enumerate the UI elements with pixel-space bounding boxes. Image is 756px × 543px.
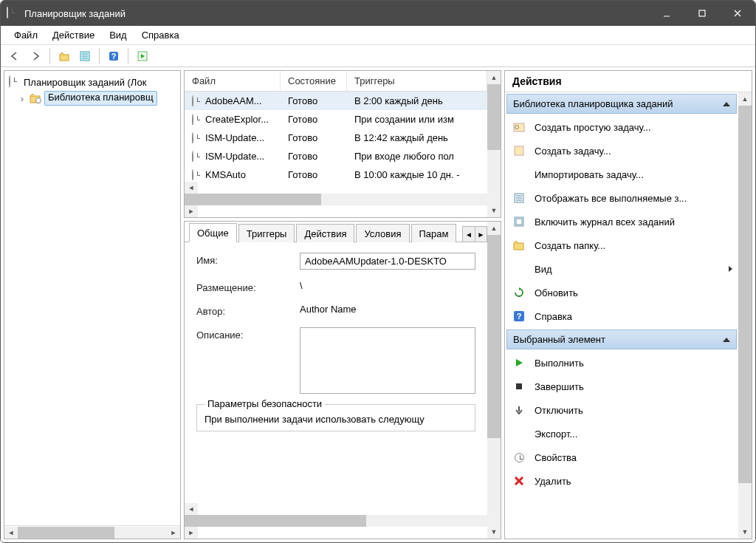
action-create-simple-task[interactable]: Создать простую задачу... xyxy=(505,115,738,139)
action-enable-log[interactable]: Включить журнал всех заданий xyxy=(505,210,738,233)
disable-icon xyxy=(512,403,526,417)
wizard-icon xyxy=(512,120,526,134)
action-view[interactable]: Вид xyxy=(505,257,738,281)
window-title: Планировщик заданий xyxy=(24,8,649,19)
clock-icon xyxy=(192,170,202,180)
svg-rect-16 xyxy=(515,146,523,155)
delete-icon xyxy=(512,474,526,488)
tasklist-vscroll[interactable]: ▲ ▼ xyxy=(487,71,501,217)
col-triggers[interactable]: Триггеры xyxy=(347,71,487,91)
label-description: Описание: xyxy=(196,327,300,341)
task-row[interactable]: KMSAutoГотовоВ 10:00 каждые 10 дн. - xyxy=(185,165,487,182)
actions-section-selected[interactable]: Выбранный элемент xyxy=(506,329,737,349)
tree-root[interactable]: Планировщик заданий (Лок xyxy=(6,74,179,90)
input-name[interactable] xyxy=(300,253,475,270)
svg-rect-4 xyxy=(60,55,69,61)
details-hscroll[interactable]: ◄ ► xyxy=(185,503,487,539)
tree-pane: Планировщик заданий (Лок › Библиотека пл… xyxy=(4,70,181,539)
list-icon xyxy=(512,191,526,205)
up-button[interactable] xyxy=(55,47,74,65)
menu-action[interactable]: Действие xyxy=(45,30,102,41)
separator xyxy=(49,48,50,64)
collapse-icon xyxy=(723,338,730,342)
stop-icon xyxy=(512,380,526,393)
clock-icon xyxy=(192,96,202,106)
task-row[interactable]: ISM-Update...ГотовоПри входе любого пол xyxy=(185,147,487,165)
action-import-task[interactable]: Импортировать задачу... xyxy=(505,163,738,186)
app-icon xyxy=(7,7,18,19)
action-create-task[interactable]: Создать задачу... xyxy=(505,139,738,163)
menubar: Файл Действие Вид Справка xyxy=(1,26,755,45)
tab-params[interactable]: Парам xyxy=(411,224,457,242)
svg-rect-26 xyxy=(516,383,522,389)
task-details: Общие Триггеры Действия Условия Парам ◄►… xyxy=(184,221,501,539)
tree-hscroll[interactable]: ◄ ► xyxy=(4,525,180,539)
maximize-button[interactable] xyxy=(684,1,720,26)
separator xyxy=(99,48,100,64)
security-text: При выполнении задачи использовать следу… xyxy=(205,414,467,425)
properties-button[interactable] xyxy=(75,47,94,65)
help-button[interactable]: ? xyxy=(104,47,123,65)
menu-file[interactable]: Файл xyxy=(7,30,45,41)
tab-scroll[interactable]: ◄► xyxy=(462,226,487,242)
security-group: Параметры безопасности При выполнении за… xyxy=(196,404,475,431)
task-list: Файл Состояние Триггеры AdobeAAM...Готов… xyxy=(184,70,501,218)
actions-section-library[interactable]: Библиотека планировщика заданий xyxy=(506,94,737,114)
action-refresh[interactable]: Обновить xyxy=(505,281,738,304)
task-list-header: Файл Состояние Триггеры xyxy=(185,71,487,92)
svg-rect-1 xyxy=(699,10,705,16)
actions-pane: Действия Библиотека планировщика заданий… xyxy=(504,70,752,539)
chevron-right-icon[interactable]: › xyxy=(18,93,27,104)
tree-library[interactable]: › Библиотека планировщ xyxy=(6,90,179,106)
tab-conditions[interactable]: Условия xyxy=(356,224,409,242)
action-show-running[interactable]: Отображать все выполняемые з... xyxy=(505,186,738,210)
action-end[interactable]: Завершить xyxy=(505,375,738,398)
details-vscroll[interactable]: ▲ ▼ xyxy=(487,222,501,539)
menu-help[interactable]: Справка xyxy=(134,30,187,41)
minimize-button[interactable] xyxy=(649,1,684,26)
col-state[interactable]: Состояние xyxy=(281,71,347,91)
titlebar: Планировщик заданий xyxy=(1,1,755,26)
task-icon xyxy=(512,144,526,157)
svg-rect-22 xyxy=(516,219,522,225)
input-description[interactable] xyxy=(300,327,475,394)
close-button[interactable] xyxy=(720,1,755,26)
help-icon: ? xyxy=(512,310,526,323)
nav-back-button[interactable] xyxy=(5,47,24,65)
clock-icon xyxy=(9,76,21,88)
toolbar: ? xyxy=(1,45,755,67)
task-row[interactable]: AdobeAAM...ГотовоВ 2:00 каждый день xyxy=(185,92,487,110)
menu-view[interactable]: Вид xyxy=(102,30,134,41)
col-file[interactable]: Файл xyxy=(185,71,281,91)
run-button[interactable] xyxy=(133,47,152,65)
properties-icon xyxy=(512,451,526,464)
svg-text:?: ? xyxy=(111,52,117,61)
action-delete[interactable]: Удалить xyxy=(505,469,738,493)
clock-icon xyxy=(192,151,202,162)
task-row[interactable]: ISM-Update...ГотовоВ 12:42 каждый день xyxy=(185,129,487,147)
svg-text:?: ? xyxy=(517,312,522,321)
action-export[interactable]: Экспорт... xyxy=(505,422,738,445)
svg-rect-23 xyxy=(514,243,523,250)
tab-triggers[interactable]: Триггеры xyxy=(238,224,295,242)
actions-vscroll[interactable]: ▲ ▼ xyxy=(738,92,752,539)
actions-title: Действия xyxy=(505,71,752,92)
submenu-icon xyxy=(729,266,732,272)
value-location: \ xyxy=(300,280,475,291)
tab-actions[interactable]: Действия xyxy=(296,224,354,242)
clock-icon xyxy=(192,115,202,125)
label-name: Имя: xyxy=(196,253,300,266)
blank-icon xyxy=(512,262,526,276)
tasklist-hscroll[interactable]: ◄ ► xyxy=(185,182,487,217)
action-new-folder[interactable]: Создать папку... xyxy=(505,233,738,257)
action-help[interactable]: ? Справка xyxy=(505,304,738,328)
nav-forward-button[interactable] xyxy=(26,47,45,65)
task-row[interactable]: CreateExplor...ГотовоПри создании или из… xyxy=(185,110,487,129)
action-properties[interactable]: Свойства xyxy=(505,445,738,469)
folder-clock-icon xyxy=(30,92,41,104)
import-icon xyxy=(512,168,526,181)
tab-general[interactable]: Общие xyxy=(189,223,237,242)
action-run[interactable]: Выполнить xyxy=(505,351,738,375)
folder-icon xyxy=(512,239,526,252)
action-disable[interactable]: Отключить xyxy=(505,398,738,422)
